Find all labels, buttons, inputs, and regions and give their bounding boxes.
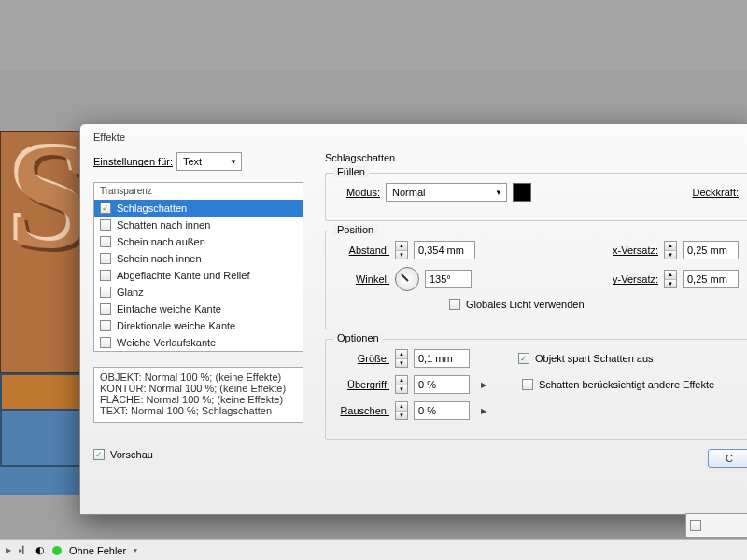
effect-checkbox[interactable]	[100, 320, 111, 331]
distance-label: Abstand:	[337, 245, 389, 256]
opacity-label: Deckkraft:	[692, 187, 739, 198]
effect-checkbox[interactable]	[100, 219, 111, 231]
blend-mode-value: Normal	[392, 187, 425, 198]
effect-item[interactable]: Schatten nach innen	[94, 217, 303, 233]
global-light-checkbox[interactable]	[449, 299, 460, 310]
settings-for-dropdown[interactable]: Text ▼	[176, 152, 242, 171]
noise-label: Rauschen:	[337, 405, 389, 416]
effect-label: Einfache weiche Kante	[117, 303, 221, 315]
canvas-text-fragment: S	[9, 140, 83, 252]
chevron-down-icon: ▼	[495, 189, 502, 197]
blend-mode-dropdown[interactable]: Normal ▼	[386, 183, 507, 202]
effect-checkbox[interactable]	[100, 236, 111, 247]
effect-item[interactable]: Einfache weiche Kante	[94, 301, 303, 317]
panel-title: Schlagschatten	[325, 152, 747, 163]
arrow-right-icon: ▶	[481, 381, 486, 389]
xoffset-input[interactable]: 0,25 mm	[683, 241, 739, 259]
status-dot-icon	[52, 546, 62, 555]
angle-input[interactable]: 135°	[425, 270, 472, 288]
options-group: Optionen Größe: ▲▼ 0,1 mm ✓ Objekt spart…	[325, 339, 747, 440]
effect-label: Abgeflachte Kante und Relief	[117, 270, 250, 281]
effect-item[interactable]: ✓Schlagschatten	[94, 200, 303, 217]
effect-checkbox[interactable]	[100, 337, 111, 348]
noise-spinner[interactable]: ▲▼	[395, 401, 408, 420]
yoffset-spinner[interactable]: ▲▼	[664, 270, 677, 288]
angle-label: Winkel:	[337, 273, 389, 285]
summary-line: FLÄCHE: Normal 100 %; (keine Effekte)	[100, 394, 297, 405]
object-spares-checkbox[interactable]: ✓	[518, 353, 529, 364]
preview-checkbox[interactable]: ✓	[93, 449, 105, 460]
fill-group: Füllen Modus: Normal ▼ Deckkraft:	[325, 173, 747, 221]
effect-checkbox[interactable]	[100, 287, 111, 298]
floating-panel-fragment	[685, 513, 747, 538]
effect-label: Schein nach außen	[117, 236, 205, 247]
status-bar: ▶ ▸▎ ◐ Ohne Fehler ▾	[0, 539, 747, 560]
effect-checkbox[interactable]	[100, 270, 111, 281]
effect-label: Direktionale weiche Kante	[117, 320, 235, 331]
effect-item[interactable]: Glanz	[94, 284, 303, 301]
summary-line: KONTUR: Normal 100 %; (keine Effekte)	[100, 383, 297, 394]
yoffset-input[interactable]: 0,25 mm	[683, 270, 739, 288]
size-input[interactable]: 0,1 mm	[414, 349, 470, 368]
play-icon[interactable]: ▶	[6, 546, 11, 554]
canvas-grid-cell	[0, 373, 84, 411]
fill-legend: Füllen	[333, 166, 369, 177]
ok-button[interactable]: C	[708, 449, 747, 468]
angle-dial[interactable]	[395, 267, 419, 291]
settings-for-value: Text	[183, 156, 202, 167]
effect-label: Weiche Verlaufskante	[117, 337, 216, 348]
effect-label: Schlagschatten	[117, 203, 187, 214]
chevron-down-icon[interactable]: ▾	[134, 546, 137, 554]
size-label: Größe:	[337, 353, 389, 364]
panel-checkbox[interactable]	[690, 520, 701, 531]
effects-dialog: Effekte Einstellungen für: Text ▼ Transp…	[79, 123, 747, 515]
effect-item[interactable]: Direktionale weiche Kante	[94, 317, 303, 334]
effect-item[interactable]: Abgeflachte Kante und Relief	[94, 267, 303, 284]
effects-list-header[interactable]: Transparenz	[94, 183, 303, 200]
step-icon[interactable]: ▸▎	[19, 546, 28, 554]
effect-checkbox[interactable]	[100, 303, 111, 315]
preflight-icon[interactable]: ◐	[35, 544, 45, 556]
xoffset-label: x-Versatz:	[613, 245, 658, 256]
summary-line: TEXT: Normal 100 %; Schlagschatten	[100, 405, 297, 416]
xoffset-spinner[interactable]: ▲▼	[664, 241, 677, 259]
effect-label: Schein nach innen	[117, 253, 202, 264]
effect-item[interactable]: Schein nach außen	[94, 233, 303, 250]
noise-input[interactable]: 0 %	[414, 401, 470, 420]
global-light-label: Globales Licht verwenden	[466, 299, 585, 310]
overhang-input[interactable]: 0 %	[414, 375, 470, 394]
options-legend: Optionen	[333, 332, 383, 343]
summary-box: OBJEKT: Normal 100 %; (keine Effekte)KON…	[93, 367, 303, 423]
chevron-down-icon: ▼	[230, 158, 237, 166]
effect-label: Glanz	[117, 287, 144, 298]
yoffset-label: y-Versatz:	[613, 273, 658, 285]
object-spares-label: Objekt spart Schatten aus	[535, 353, 654, 364]
effect-label: Schatten nach innen	[117, 219, 210, 231]
effect-item[interactable]: Schein nach innen	[94, 250, 303, 267]
distance-input[interactable]: 0,354 mm	[414, 241, 475, 259]
considers-effects-label: Schatten berücksichtigt andere Effekte	[539, 379, 714, 390]
considers-effects-checkbox[interactable]	[522, 379, 533, 390]
position-group: Position Abstand: ▲▼ 0,354 mm x-Versatz:…	[325, 231, 747, 329]
shadow-color-swatch[interactable]	[513, 183, 531, 202]
mode-label: Modus:	[337, 187, 380, 198]
status-text: Ohne Fehler	[69, 545, 126, 556]
effect-item[interactable]: Weiche Verlaufskante	[94, 334, 303, 351]
overhang-label: Übergriff:	[337, 379, 389, 390]
arrow-right-icon: ▶	[481, 407, 486, 415]
effects-list: Transparenz ✓SchlagschattenSchatten nach…	[93, 182, 303, 352]
overhang-spinner[interactable]: ▲▼	[395, 375, 408, 394]
preview-label: Vorschau	[110, 449, 153, 460]
size-spinner[interactable]: ▲▼	[395, 349, 408, 368]
effect-checkbox[interactable]: ✓	[100, 203, 111, 214]
summary-line: OBJEKT: Normal 100 %; (keine Effekte)	[100, 371, 297, 383]
effect-checkbox[interactable]	[100, 253, 111, 264]
app-toolbar-area	[0, 0, 747, 70]
position-legend: Position	[333, 224, 377, 235]
settings-for-label: Einstellungen für:	[93, 156, 173, 167]
dialog-title: Effekte	[80, 124, 747, 147]
distance-spinner[interactable]: ▲▼	[395, 241, 408, 259]
